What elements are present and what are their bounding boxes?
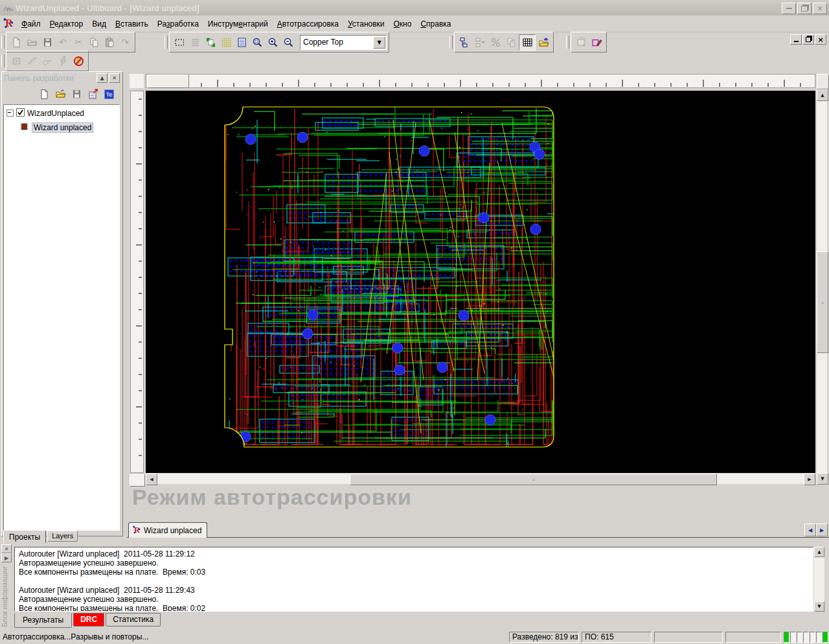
zoom-in-button[interactable] xyxy=(265,35,280,50)
status-routed: Разведено: 819 из 8: xyxy=(509,632,579,643)
log-scroll-up-button[interactable]: ▲ xyxy=(814,547,824,557)
grid-table-icon xyxy=(522,37,533,48)
tree-child-label[interactable]: Wizard unplaced xyxy=(32,122,93,133)
menu-4[interactable]: Вставить xyxy=(111,17,153,30)
menu-2[interactable]: Редактор xyxy=(45,17,88,30)
minimize-button[interactable] xyxy=(782,3,796,14)
copy-button[interactable] xyxy=(86,35,102,50)
design-panel-toolbar: Te xyxy=(2,86,121,103)
cut-button[interactable]: ✂ xyxy=(71,35,86,50)
stop-autorouter-button[interactable] xyxy=(71,54,86,69)
panel-collapse-button[interactable]: ▲ xyxy=(97,73,108,83)
menu-1[interactable]: Файл xyxy=(17,17,45,30)
layer-select[interactable]: Copper Top▼ xyxy=(300,35,387,50)
sheet-properties-button[interactable] xyxy=(234,35,249,50)
close-button[interactable]: ✕ xyxy=(813,3,827,14)
scroll-right-button[interactable]: ▶ xyxy=(804,474,815,485)
restore-button[interactable] xyxy=(797,3,812,14)
zoom-window-button[interactable] xyxy=(249,35,265,50)
tab-scroll-right-button[interactable]: ▶ xyxy=(816,523,828,536)
refresh-page-icon xyxy=(205,37,216,48)
redo-button[interactable]: ↷ xyxy=(117,35,133,50)
toolbar-grip[interactable] xyxy=(566,36,569,49)
menu-3[interactable]: Вид xyxy=(87,17,111,30)
toolbar-grip[interactable] xyxy=(1,54,5,67)
align-lines-button[interactable] xyxy=(187,35,203,50)
chevron-down-icon[interactable]: ▼ xyxy=(373,36,385,49)
reroute-power-button[interactable] xyxy=(55,54,71,69)
paste-button[interactable] xyxy=(102,35,117,50)
menu-8[interactable]: Установки xyxy=(343,17,389,30)
tab-results[interactable]: Результаты xyxy=(14,613,72,628)
log-scroll-down-button[interactable]: ▼ xyxy=(814,601,824,612)
menu-5[interactable]: Разработка xyxy=(153,17,203,30)
pcb-canvas[interactable] xyxy=(146,91,815,473)
copy-icon xyxy=(89,37,100,48)
progress-cell-6 xyxy=(816,632,822,643)
refresh-page-button[interactable] xyxy=(203,35,218,50)
vertical-scrollbar[interactable]: ▲ ≡ ▼ xyxy=(817,89,827,485)
grid-table-button[interactable] xyxy=(519,34,536,51)
scroll-left-button[interactable]: ◀ xyxy=(146,474,157,485)
menu-6[interactable]: Инструментарий xyxy=(203,17,273,30)
transfer-annotate-button[interactable] xyxy=(85,87,101,102)
tab-drc[interactable]: DRC xyxy=(73,613,104,627)
log-output[interactable]: Autorouter [Wizard unplaced] 2011-05-28 … xyxy=(14,547,813,612)
toolbar-grip[interactable] xyxy=(449,36,453,49)
tab-layers[interactable]: Layers xyxy=(47,531,78,542)
new-button[interactable] xyxy=(8,35,24,50)
place-hierarchy-button[interactable] xyxy=(472,35,488,50)
scroll-up-button[interactable]: ▲ xyxy=(817,89,828,101)
open-design-button[interactable] xyxy=(52,87,69,102)
autoroute-place-button[interactable] xyxy=(8,54,24,69)
undo-button[interactable]: ↶ xyxy=(55,35,71,50)
text-mode-button[interactable]: Te xyxy=(101,87,117,102)
save-button[interactable] xyxy=(40,35,55,50)
log-line-5: Autorouter [Wizard unplaced] 2011-05-28 … xyxy=(19,586,813,595)
panel-close-button[interactable]: ✕ xyxy=(109,73,120,83)
update-layout-button[interactable] xyxy=(573,35,589,50)
progress-cell-7 xyxy=(823,632,828,643)
open-button[interactable] xyxy=(24,35,40,50)
status-po: ПО: 615 xyxy=(582,632,652,643)
open-board-button[interactable] xyxy=(536,35,551,50)
horizontal-scroll-thumb[interactable]: ≡ xyxy=(350,474,717,485)
save-design-button[interactable] xyxy=(69,87,85,102)
scroll-down-button[interactable]: ▼ xyxy=(817,473,828,485)
unroute-button[interactable] xyxy=(40,54,55,69)
tree-row-child[interactable]: Wizard unplaced xyxy=(19,121,119,133)
tree-row-root[interactable]: WizardUnplaced xyxy=(4,107,119,119)
toolbar-grip[interactable] xyxy=(1,36,5,49)
log-line-2: Авторазмещение успешно завершено. xyxy=(19,558,813,568)
zoom-out-button[interactable] xyxy=(280,35,296,50)
autoroute-comb-button[interactable] xyxy=(24,54,40,69)
info-close-button[interactable]: ✕ xyxy=(1,544,12,553)
grid-dots-button[interactable] xyxy=(218,35,234,50)
document-tab[interactable]: R Wizard unplaced xyxy=(128,522,207,538)
toolbar-grip[interactable] xyxy=(165,36,168,49)
log-scrollbar[interactable]: ▲ ▼ xyxy=(814,547,824,612)
hierarchy-tree-button[interactable] xyxy=(457,35,472,50)
menu-10[interactable]: Справка xyxy=(416,17,455,30)
edit-shape-button[interactable] xyxy=(589,35,604,50)
menu-9[interactable]: Окно xyxy=(389,17,416,30)
new-design-button[interactable] xyxy=(36,87,52,102)
open-icon xyxy=(27,37,38,48)
menu-7[interactable]: Автотрассировка xyxy=(273,17,343,30)
status-progress xyxy=(784,632,829,643)
window-title: WizardUnplaced - Ultiboard - [Wizard unp… xyxy=(16,3,199,13)
collapse-icon[interactable] xyxy=(6,109,14,117)
tab-statistics[interactable]: Статистика xyxy=(106,613,161,627)
log-line-7: Все компоненты размещены на плате. Время… xyxy=(19,604,813,612)
tab-scroll-left-button[interactable]: ◀ xyxy=(804,523,816,536)
info-expand-button[interactable]: ▶ xyxy=(1,553,12,562)
select-marquee-button[interactable] xyxy=(172,35,187,50)
document-tab-label: Wizard unplaced xyxy=(144,526,201,535)
checkbox-checked-icon[interactable] xyxy=(16,108,25,119)
tab-projects[interactable]: Проекты xyxy=(3,531,46,544)
ratio-button[interactable] xyxy=(488,35,503,50)
horizontal-scrollbar[interactable]: ◀ ≡ ▶ xyxy=(146,474,815,484)
vertical-scroll-thumb[interactable]: ≡ xyxy=(817,251,828,353)
swap-pages-button[interactable] xyxy=(503,35,519,50)
tree-root-label[interactable]: WizardUnplaced xyxy=(27,109,84,118)
